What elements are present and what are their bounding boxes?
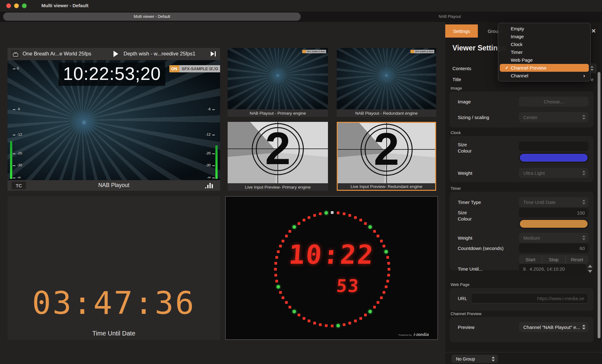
ring-dot [373,306,376,309]
menu-item-timer[interactable]: Timer [500,48,589,56]
timer-type-label: Timer Type [458,197,481,207]
choose-image-button[interactable]: Choose... [519,96,589,107]
clock-colour-label: Colour [458,148,472,154]
sfx-sample-bug-mini-badge: SFX-SAMPLE BUG [302,50,326,53]
ring-dot [364,314,367,316]
on-badge [302,50,306,53]
audio-levels-icon[interactable] [205,183,214,188]
timer-tile-caption: Time Until Date [8,330,220,337]
current-clip-name: One Breath Ar...e World 25fps [23,51,91,57]
stepper-icon [582,170,585,175]
stepper-icon [492,356,495,361]
title-label: Title [452,74,461,84]
caption-text: Live Input Preview- Primary engine [245,185,310,190]
timer-section-label: Timer [451,186,461,191]
meter-tick: -30 [17,163,22,167]
stepper-icon [582,235,585,240]
group-select-popup[interactable]: No Group [452,355,498,363]
url-label: URL [458,293,467,304]
viewer-tile-primary-engine[interactable]: SFX-SAMPLE BUG NAB Playout - Primary eng… [228,48,328,117]
playout-header: One Breath Ar...e World 25fps Depth wish… [8,48,220,60]
viewer-tile-live-redundant[interactable]: 2 Live Input Preview- Redundant engine [337,122,436,191]
sizing-scaling-popup[interactable]: Center [519,112,589,122]
timer-type-popup[interactable]: Time Until Date [519,197,589,207]
popup-value: Ultra Light [519,170,582,176]
menu-item-channel-preview[interactable]: ✓ Channel Preview [500,64,589,72]
clock-colour-well[interactable] [520,154,588,162]
zoom-window-button[interactable] [22,3,27,8]
minimize-window-button[interactable] [14,3,19,8]
ring-dot [373,230,376,233]
viewer-tile-clock[interactable]: 10:22 53 Powered byi-media [225,196,438,340]
clock-size-field[interactable] [519,142,589,151]
menu-item-channel[interactable]: Channel › [500,72,589,80]
popup-value: Channel "NAB Playout" e... [519,325,582,330]
ring-dot-green [293,310,296,313]
stepper-icon [582,325,585,330]
engine-video-preview [337,48,436,109]
reset-button[interactable]: Reset [565,255,589,264]
skip-to-end-icon [211,51,217,56]
viewer-tile-live-primary[interactable]: 2 Live Input Preview- Primary engine [228,122,328,191]
ring-dot [377,235,379,237]
caption-text: NAB Playout - Primary engine [250,111,306,116]
meter-tick: -12 [17,133,22,136]
timer-weight-popup[interactable]: Medium [519,233,589,243]
ring-dot [298,222,300,225]
ring-dot [282,296,284,299]
meter-tick: -∞ [17,175,21,179]
menu-item-empty[interactable]: Empty [500,25,589,33]
tab-nab-playout[interactable]: NAB Playout [301,13,599,21]
meter-tick: -30 [205,163,211,167]
ring-dot [313,322,316,325]
date-stepper-icon[interactable] [587,264,593,273]
meter-tick: 0 [17,66,19,70]
tile-caption: Live Input Preview- Primary engine [228,183,328,191]
ring-dot [359,219,362,221]
ring-dot [319,323,322,326]
clock-size-label: Size [458,141,467,148]
ring-dot [354,320,357,322]
ring-dot [377,301,379,304]
meter-tick: 0 [209,66,211,70]
timer-size-field[interactable]: 100 [519,208,589,217]
menu-item-web-page[interactable]: Web Page [500,56,589,64]
ring-dot-green [293,225,296,229]
tab-label: NAB Playout [439,14,461,19]
timecode-value: 10:22:53;20 [63,64,161,84]
panel-scrollbar[interactable] [598,72,600,338]
channel-name: NAB Playout [8,182,220,189]
time-until-field[interactable]: 9. 4.2026, 14:10:20 [519,264,586,274]
ring-dot-green [336,324,340,327]
tab-settings[interactable]: Settings [445,24,478,38]
ring-dot-green [368,310,372,313]
stop-button[interactable]: Stop [542,255,565,264]
time-until-label: Time Until... [458,264,483,274]
clock-weight-popup[interactable]: Ultra Light [519,168,589,178]
timer-colour-well[interactable] [520,220,588,228]
button-label: Choose... [519,99,589,104]
ring-dot [343,212,346,215]
viewer-tile-redundant-engine[interactable]: SFX-SAMPLE BUG NAB Playout - Redundant e… [337,48,436,117]
tab-label: Multi viewer - Default [134,14,170,19]
url-input[interactable] [471,293,588,304]
clock-time-s: 53 [241,276,455,296]
menu-item-clock[interactable]: Clock [500,40,589,48]
countdown-seconds-field[interactable]: 60 [519,243,589,253]
tab-multi-viewer-default[interactable]: Multi viewer - Default [3,13,301,21]
countdown-leader-preview: 2 [228,122,328,183]
bug-badge-label: SFX-SAMPLE BUG [306,50,326,53]
contents-label: Contents [452,63,471,73]
ring-dot [313,214,316,217]
countdown-number: 2 [338,123,435,176]
start-button[interactable]: Start [519,255,542,264]
viewer-tile-nab-playout[interactable]: One Breath Ar...e World 25fps Depth wish… [8,48,220,191]
preview-channel-popup[interactable]: Channel "NAB Playout" e... [519,322,589,332]
ring-dot [298,314,300,316]
tile-caption: NAB Playout - Primary engine [228,109,328,117]
ring-dot [337,211,340,214]
menu-item-image[interactable]: Image [500,33,589,40]
viewer-tile-timer[interactable]: 03:47:36 Time Until Date [8,196,220,340]
channel-preview-section-label: Channel Preview [451,311,481,316]
close-window-button[interactable] [6,3,11,8]
